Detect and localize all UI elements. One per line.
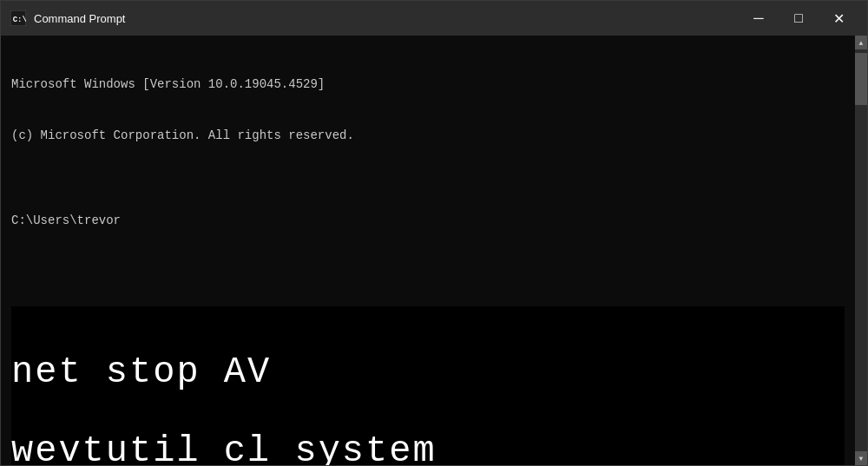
cmd-icon: C:\ [10,10,27,27]
maximize-button[interactable]: □ [779,1,819,36]
scrollbar-thumb[interactable] [855,53,867,105]
terminal-line-1: Microsoft Windows [Version 10.0.19045.45… [11,76,845,94]
terminal-line-4: C:\Users\trevor [11,213,845,230]
window-title: Command Prompt [34,12,739,25]
large-command-block: net stop AV wevtutil cl system [11,306,845,465]
scrollbar: ▲ ▼ [855,36,867,465]
scroll-down-button[interactable]: ▼ [855,451,867,465]
content-area: Microsoft Windows [Version 10.0.19045.45… [1,36,867,465]
svg-text:C:\: C:\ [13,16,26,24]
scroll-up-button[interactable]: ▲ [855,36,867,49]
close-button[interactable]: ✕ [819,1,858,36]
terminal-line-2: (c) Microsoft Corporation. All rights re… [11,128,845,145]
window-controls: ─ □ ✕ [739,1,858,36]
large-command-line-2: wevtutil cl system [11,429,845,465]
command-prompt-window: C:\ Command Prompt ─ □ ✕ Microsoft Windo… [0,0,868,466]
large-command-line-1: net stop AV [11,350,845,396]
terminal-output[interactable]: Microsoft Windows [Version 10.0.19045.45… [1,36,855,465]
title-bar: C:\ Command Prompt ─ □ ✕ [1,1,867,36]
scrollbar-track[interactable] [855,49,867,451]
minimize-button[interactable]: ─ [739,1,779,36]
